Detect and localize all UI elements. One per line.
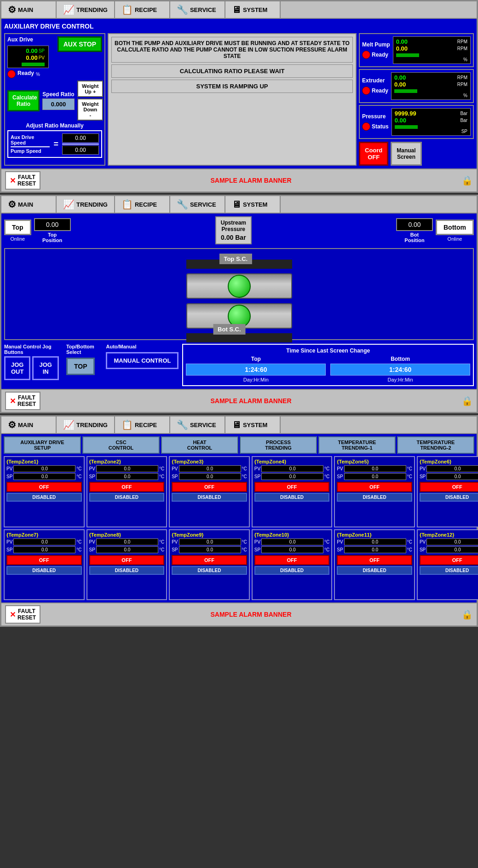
fault-reset-label-1: FAULTRESET bbox=[17, 174, 36, 187]
zone6-pv[interactable] bbox=[426, 465, 478, 472]
zone12-disabled-btn[interactable]: DISABLED bbox=[420, 566, 478, 575]
zone6-disabled-btn[interactable]: DISABLED bbox=[420, 493, 478, 502]
zone3-off-btn[interactable]: OFF bbox=[172, 482, 247, 492]
zone7-disabled-btn[interactable]: DISABLED bbox=[6, 566, 82, 575]
nav-trending-1[interactable]: 📈 TRENDING bbox=[57, 1, 115, 18]
s3-nav-temp2[interactable]: TEMPERATURETRENDING-2 bbox=[397, 436, 474, 454]
zone3-pv[interactable] bbox=[179, 465, 241, 472]
zone8-off-btn[interactable]: OFF bbox=[89, 555, 165, 565]
zone9-disabled-btn[interactable]: DISABLED bbox=[172, 566, 247, 575]
zone5-off-btn[interactable]: OFF bbox=[337, 482, 412, 492]
zone10-disabled-btn[interactable]: DISABLED bbox=[254, 566, 330, 575]
zone4-pv[interactable] bbox=[261, 465, 323, 472]
zone6-off-btn[interactable]: OFF bbox=[420, 482, 478, 492]
s3-content: AUXILIARY DRIVESETUP CSCCONTROL HEATCONT… bbox=[1, 434, 477, 602]
bottom-button[interactable]: Bottom bbox=[436, 220, 474, 235]
melt-pump-title: Melt Pump bbox=[362, 41, 390, 48]
zone12-pv[interactable] bbox=[426, 538, 478, 545]
weight-down-button[interactable]: WeightDown - bbox=[77, 98, 103, 121]
pressure-label: Status bbox=[372, 123, 389, 130]
zone3-disabled-btn[interactable]: DISABLED bbox=[172, 493, 247, 502]
zone11-pv[interactable] bbox=[344, 538, 406, 545]
calc-ratio-button[interactable]: CalculateRatio bbox=[7, 90, 40, 111]
melt-pump-rpm2: 0.00 bbox=[396, 45, 408, 52]
zone4-off-btn[interactable]: OFF bbox=[254, 482, 330, 492]
nav-main-3[interactable]: ⚙ MAIN bbox=[1, 417, 57, 433]
zone2-disabled-btn[interactable]: DISABLED bbox=[89, 493, 165, 502]
zone12-off-btn[interactable]: OFF bbox=[420, 555, 478, 565]
zone8-sp[interactable] bbox=[96, 546, 158, 553]
aux-speed-input[interactable] bbox=[62, 133, 99, 143]
top-pos-input[interactable] bbox=[34, 218, 71, 231]
fault-reset-button-3[interactable]: ✕ FAULTRESET bbox=[5, 605, 40, 624]
zone4-disabled-btn[interactable]: DISABLED bbox=[254, 493, 330, 502]
zone2-off-btn[interactable]: OFF bbox=[89, 482, 165, 492]
time-since-label: Time Since Last Screen Change bbox=[186, 347, 470, 354]
jog-out-button[interactable]: JOGOUT bbox=[4, 356, 30, 380]
fault-reset-button-2[interactable]: ✕ FAULTRESET bbox=[5, 392, 40, 410]
coord-off-button[interactable]: CoordOFF bbox=[359, 142, 388, 166]
weight-up-button[interactable]: WeightUp + bbox=[77, 81, 103, 97]
zone9-pv[interactable] bbox=[179, 538, 241, 545]
manual-control-button[interactable]: MANUAL CONTROL bbox=[106, 352, 179, 369]
top-button[interactable]: Top bbox=[4, 220, 31, 235]
bot-pos-input[interactable] bbox=[396, 218, 433, 231]
aux-drive-pv-suffix: PV bbox=[39, 55, 45, 60]
zone7-pv[interactable] bbox=[13, 538, 75, 545]
top-select-button[interactable]: TOP bbox=[66, 358, 95, 375]
zone3-sp[interactable] bbox=[179, 473, 241, 480]
zone1-sp[interactable] bbox=[13, 473, 75, 480]
s3-nav-temp1[interactable]: TEMPERATURETRENDING-1 bbox=[318, 436, 396, 454]
zone11-sp[interactable] bbox=[344, 546, 406, 553]
zone10-sp[interactable] bbox=[261, 546, 323, 553]
top-cylinder-ball bbox=[228, 275, 251, 298]
zone2-sp[interactable] bbox=[96, 473, 158, 480]
nav-service-2[interactable]: 🔧 SERVICE bbox=[170, 196, 225, 213]
nav-main-1[interactable]: ⚙ MAIN bbox=[1, 1, 57, 18]
nav-system-2[interactable]: 🖥 SYSTEM bbox=[225, 196, 281, 213]
nav-recipe-1[interactable]: 📋 RECIPE bbox=[115, 1, 170, 18]
s3-nav-csc[interactable]: CSCCONTROL bbox=[82, 436, 160, 454]
recipe-icon-2: 📋 bbox=[121, 199, 133, 210]
zone12-sp[interactable] bbox=[426, 546, 478, 553]
zone8-disabled-btn[interactable]: DISABLED bbox=[89, 566, 165, 575]
zone10-off-btn[interactable]: OFF bbox=[254, 555, 330, 565]
zone7-sp[interactable] bbox=[13, 546, 75, 553]
nav-main-2[interactable]: ⚙ MAIN bbox=[1, 196, 57, 213]
time-top-col: Top 1:24:60 Day:Hr:Min bbox=[186, 356, 326, 382]
zone5-pv[interactable] bbox=[344, 465, 406, 472]
zone10-pv[interactable] bbox=[261, 538, 323, 545]
zone7-off-btn[interactable]: OFF bbox=[6, 555, 82, 565]
nav-recipe-2[interactable]: 📋 RECIPE bbox=[115, 196, 170, 213]
aux-stop-button[interactable]: AUX STOP bbox=[58, 36, 102, 52]
zone1-off-btn[interactable]: OFF bbox=[6, 482, 82, 492]
zone4-sp[interactable] bbox=[261, 473, 323, 480]
s3-nav-heat[interactable]: HEATCONTROL bbox=[161, 436, 238, 454]
melt-pump-led bbox=[362, 51, 370, 59]
nav-trending-2[interactable]: 📈 TRENDING bbox=[57, 196, 115, 213]
jog-in-button[interactable]: JOGIN bbox=[32, 356, 58, 380]
zone9-sp[interactable] bbox=[179, 546, 241, 553]
zone1-pv[interactable] bbox=[13, 465, 75, 472]
nav-trending-3[interactable]: 📈 TRENDING bbox=[57, 417, 115, 433]
zone5-sp[interactable] bbox=[344, 473, 406, 480]
zone1-disabled-btn[interactable]: DISABLED bbox=[6, 493, 82, 502]
fault-reset-button-1[interactable]: ✕ FAULTRESET bbox=[5, 171, 40, 190]
manual-screen-button[interactable]: ManualScreen bbox=[391, 142, 421, 166]
zone9-off-btn[interactable]: OFF bbox=[172, 555, 247, 565]
nav-service-1[interactable]: 🔧 SERVICE bbox=[170, 1, 225, 18]
zone6-sp[interactable] bbox=[426, 473, 478, 480]
s3-nav-process[interactable]: PROCESSTRENDING bbox=[240, 436, 317, 454]
nav-service-3[interactable]: 🔧 SERVICE bbox=[170, 417, 225, 433]
zone5-disabled-btn[interactable]: DISABLED bbox=[337, 493, 412, 502]
nav-system-3[interactable]: 🖥 SYSTEM bbox=[225, 417, 281, 433]
s1-main-row: Aux Drive 0.00 SP 0.00 PV bbox=[4, 33, 474, 166]
pump-speed-input[interactable] bbox=[62, 145, 99, 155]
zone11-disabled-btn[interactable]: DISABLED bbox=[337, 566, 412, 575]
zone2-pv[interactable] bbox=[96, 465, 158, 472]
zone11-off-btn[interactable]: OFF bbox=[337, 555, 412, 565]
s3-nav-aux[interactable]: AUXILIARY DRIVESETUP bbox=[4, 436, 81, 454]
zone8-pv[interactable] bbox=[96, 538, 158, 545]
nav-system-1[interactable]: 🖥 SYSTEM bbox=[225, 1, 281, 18]
nav-recipe-3[interactable]: 📋 RECIPE bbox=[115, 417, 170, 433]
